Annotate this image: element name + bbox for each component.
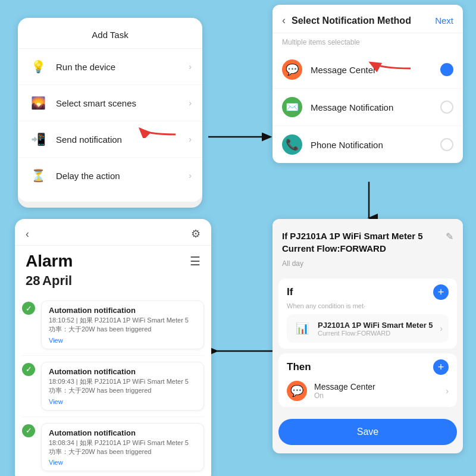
alarm-check-3: ✓ <box>22 424 35 437</box>
task-item-run[interactable]: 💡 Run the device › <box>18 49 202 85</box>
alarm-date: 28 April <box>15 273 211 295</box>
alarm-content-2: Automation notification 18:09:43 | 如果 PJ… <box>41 362 204 411</box>
message-notification-toggle[interactable] <box>440 101 453 114</box>
then-add-button[interactable]: + <box>433 359 449 375</box>
task-item-scenes[interactable]: 🌄 Select smart scenes › <box>18 85 202 121</box>
automation-panel: If PJ2101A 1P WiFi Smart Meter 5 Current… <box>273 219 463 453</box>
device-sub: Current Flow:FORWARD <box>318 330 440 337</box>
if-title: If <box>287 286 293 298</box>
notification-header: ‹ Select Notification Method Next <box>273 5 463 33</box>
automation-edit-icon[interactable]: ✎ <box>446 231 453 242</box>
notification-title: Select Notification Method <box>292 15 435 26</box>
condition-text: When any condition is met· <box>287 302 449 309</box>
if-section-header: If + <box>287 284 449 300</box>
alarm-view-link-1[interactable]: View <box>49 337 196 344</box>
arrow-left-to-alarm <box>211 339 283 365</box>
automation-device-info: PJ2101A 1P WiFi Smart Meter 5 Current Fl… <box>318 321 440 337</box>
save-button-wrap: Save <box>273 412 463 453</box>
phone-notification-label: Phone Notification <box>311 140 440 150</box>
task-label-notification: Send notification <box>56 134 189 145</box>
then-action-sub: On <box>314 392 446 400</box>
alarm-notif-body-3: 18:08:34 | 如果 PJ2101A 1P WiFi Smart Mete… <box>49 439 196 457</box>
arrow-right-to-notification <box>205 125 277 149</box>
task-label-scenes: Select smart scenes <box>56 98 189 108</box>
automation-then-row[interactable]: 💬 Message Center On › <box>287 377 449 401</box>
message-center-icon: 💬 <box>282 60 302 80</box>
message-center-label: Message Center <box>311 65 440 75</box>
send-notification-icon: 📲 <box>29 130 48 149</box>
alarm-notif-body-1: 18:10:52 | 如果 PJ2101A 1P WiFi Smart Mete… <box>49 316 196 334</box>
automation-then-section: Then + 💬 Message Center On › <box>278 353 457 407</box>
alarm-view-link-3[interactable]: View <box>49 459 196 466</box>
then-title: Then <box>287 361 311 373</box>
automation-header-text: If PJ2101A 1P WiFi Smart Meter 5 Current… <box>282 230 441 255</box>
back-button[interactable]: ‹ <box>282 14 286 27</box>
chevron-icon-run: › <box>189 62 192 71</box>
device-chevron-icon: › <box>440 324 443 333</box>
alarm-view-link-2[interactable]: View <box>49 398 196 405</box>
phone-notification-icon: 📞 <box>282 134 302 155</box>
message-notification-label: Message Notification <box>311 102 440 112</box>
phone-notification-toggle[interactable] <box>440 138 453 151</box>
notif-item-message-center[interactable]: 💬 Message Center <box>273 51 463 89</box>
add-task-panel: Add Task 💡 Run the device › 🌄 Select sma… <box>18 18 202 208</box>
alarm-entry-1: ✓ Automation notification 18:10:52 | 如果 … <box>22 295 204 356</box>
automation-device-icon: 📊 <box>293 319 312 338</box>
alarm-month: April <box>42 273 72 288</box>
then-chevron-icon: › <box>446 386 449 396</box>
alarm-content-3: Automation notification 18:08:34 | 如果 PJ… <box>41 423 204 472</box>
automation-header: If PJ2101A 1P WiFi Smart Meter 5 Current… <box>273 219 463 258</box>
alarm-entry-3: ✓ Automation notification 18:08:34 | 如果 … <box>22 417 204 476</box>
run-device-icon: 💡 <box>29 57 48 76</box>
then-action-name: Message Center <box>314 382 446 392</box>
alarm-entry-2: ✓ Automation notification 18:09:43 | 如果 … <box>22 356 204 417</box>
alarm-day-number: 28 <box>26 273 40 288</box>
automation-if-section: If + When any condition is met· 📊 PJ2101… <box>278 278 457 349</box>
message-center-toggle[interactable] <box>440 63 453 76</box>
alarm-list: ✓ Automation notification 18:10:52 | 如果 … <box>15 295 211 476</box>
chevron-icon-notification: › <box>189 134 192 144</box>
delay-action-icon: ⏳ <box>29 166 48 185</box>
alarm-back-button[interactable]: ‹ <box>26 228 29 240</box>
alarm-check-2: ✓ <box>22 363 35 376</box>
alarm-menu-icon[interactable]: ☰ <box>190 254 201 268</box>
alarm-content-1: Automation notification 18:10:52 | 如果 PJ… <box>41 300 204 349</box>
smart-scenes-icon: 🌄 <box>29 93 48 112</box>
save-button[interactable]: Save <box>278 419 457 445</box>
task-item-delay[interactable]: ⏳ Delay the action › <box>18 158 202 193</box>
task-item-notification[interactable]: 📲 Send notification › <box>18 121 202 158</box>
chevron-icon-delay: › <box>189 171 192 180</box>
notif-item-phone-notification[interactable]: 📞 Phone Notification <box>273 126 463 163</box>
device-name: PJ2101A 1P WiFi Smart Meter 5 <box>318 321 440 330</box>
if-add-button[interactable]: + <box>433 284 449 300</box>
task-label-run: Run the device <box>56 62 189 72</box>
alarm-notif-title-1: Automation notification <box>49 306 196 315</box>
notification-subtitle: Multiple items selectable <box>273 33 463 51</box>
chevron-icon-scenes: › <box>189 98 192 108</box>
alarm-title: Alarm <box>26 252 73 271</box>
alarm-notif-body-2: 18:09:43 | 如果 PJ2101A 1P WiFi Smart Mete… <box>49 377 196 396</box>
then-action-info: Message Center On <box>314 382 446 400</box>
notification-method-panel: ‹ Select Notification Method Next Multip… <box>273 5 463 163</box>
automation-allday: All day <box>273 258 463 274</box>
alarm-panel: ‹ ⚙ Alarm ☰ 28 April ✓ Automation notifi… <box>15 219 211 476</box>
add-task-title: Add Task <box>18 24 202 49</box>
then-message-center-icon: 💬 <box>287 381 307 401</box>
alarm-notif-title-3: Automation notification <box>49 428 196 437</box>
alarm-settings-icon[interactable]: ⚙ <box>191 227 201 240</box>
alarm-notif-title-2: Automation notification <box>49 367 196 376</box>
alarm-title-row: Alarm ☰ <box>15 246 211 273</box>
task-label-delay: Delay the action <box>56 171 189 181</box>
automation-device-row[interactable]: 📊 PJ2101A 1P WiFi Smart Meter 5 Current … <box>287 314 449 343</box>
alarm-topbar: ‹ ⚙ <box>15 219 211 246</box>
alarm-check-1: ✓ <box>22 302 35 315</box>
notif-item-message-notification[interactable]: ✉️ Message Notification <box>273 89 463 126</box>
next-button[interactable]: Next <box>435 15 453 26</box>
then-section-header: Then + <box>287 359 449 375</box>
message-notification-icon: ✉️ <box>282 97 302 117</box>
